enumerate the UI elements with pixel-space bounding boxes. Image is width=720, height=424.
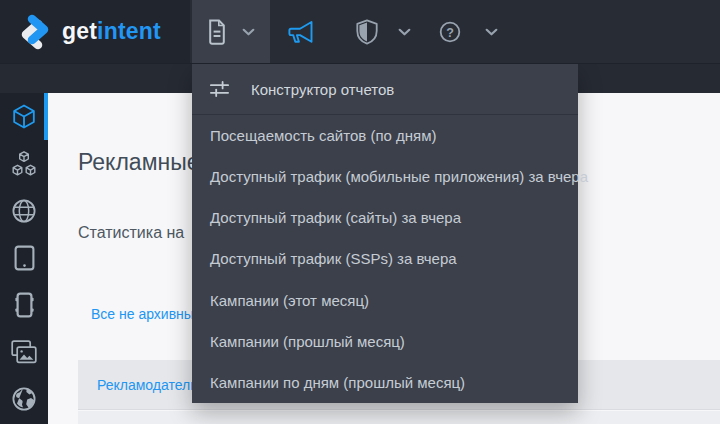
tablet-icon [14, 245, 35, 271]
sidebar-item-6[interactable] [0, 328, 48, 375]
sidebar-item-3[interactable] [0, 187, 48, 234]
moderation-menu-button[interactable] [346, 0, 420, 64]
stats-label: Статистика на [78, 224, 184, 242]
sidebar-item-7[interactable] [0, 375, 48, 422]
menu-item-campaigns-last-month[interactable]: Кампании (прошлый месяц) [192, 321, 578, 362]
shield-icon [356, 19, 378, 45]
megaphone-icon [287, 20, 314, 45]
page-title: Рекламные [78, 149, 200, 176]
sidebar [0, 93, 48, 424]
sliders-icon [210, 81, 229, 97]
chevron-down-icon [398, 28, 411, 37]
sidebar-item-5[interactable] [0, 281, 48, 328]
cubes-icon [11, 151, 37, 177]
phone-icon [15, 292, 34, 318]
menu-item-report-builder[interactable]: Конструктор отчетов [192, 64, 578, 114]
brand-name: getintent [62, 18, 161, 45]
getintent-logo-icon [17, 14, 53, 50]
document-icon [207, 19, 227, 46]
svg-text:?: ? [446, 26, 454, 40]
earth-icon [12, 387, 36, 411]
sidebar-item-1[interactable] [0, 93, 48, 140]
menu-item-available-traffic-sites[interactable]: Доступный трафик (сайты) за вчера [192, 197, 578, 238]
chevron-down-icon [242, 28, 255, 37]
sidebar-item-4[interactable] [0, 234, 48, 281]
images-icon [11, 340, 37, 364]
menu-item-campaigns-this-month[interactable]: Кампании (этот месяц) [192, 280, 578, 321]
chevron-down-icon [485, 28, 498, 37]
column-header-advertiser[interactable]: Рекламодатель [97, 377, 198, 393]
reports-dropdown-menu: Конструктор отчетов Посещаемость сайтов … [192, 64, 578, 403]
filter-tab-not-archived[interactable]: Все не архивные [91, 306, 202, 322]
globe-icon [12, 199, 36, 223]
menu-item-site-visits[interactable]: Посещаемость сайтов (по дням) [192, 115, 578, 156]
brand-logo[interactable]: getintent [0, 0, 190, 63]
menu-item-available-traffic-ssps[interactable]: Доступный трафик (SSPs) за вчера [192, 238, 578, 279]
reports-menu-button[interactable] [192, 0, 270, 64]
topbar: getintent ? [0, 0, 720, 63]
menu-item-label: Конструктор отчетов [251, 81, 394, 98]
table-row [78, 411, 720, 424]
sidebar-item-2[interactable] [0, 140, 48, 187]
help-menu-button[interactable]: ? [430, 0, 506, 64]
menu-item-campaigns-by-day-last-month[interactable]: Кампании по дням (прошлый месяц) [192, 362, 578, 403]
question-icon: ? [439, 21, 461, 43]
campaigns-menu-button[interactable] [277, 0, 323, 64]
menu-item-available-traffic-apps[interactable]: Доступный трафик (мобильные приложения) … [192, 156, 578, 197]
topbar-divider [0, 63, 720, 64]
cube-icon [12, 104, 36, 129]
